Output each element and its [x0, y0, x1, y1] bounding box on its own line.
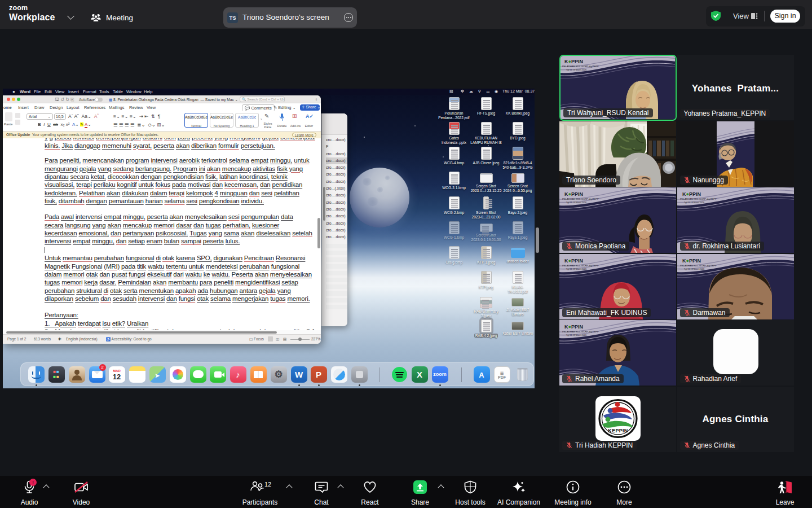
svg-text:KEPPIN: KEPPIN	[608, 427, 628, 433]
svg-text:12: 12	[264, 481, 271, 488]
